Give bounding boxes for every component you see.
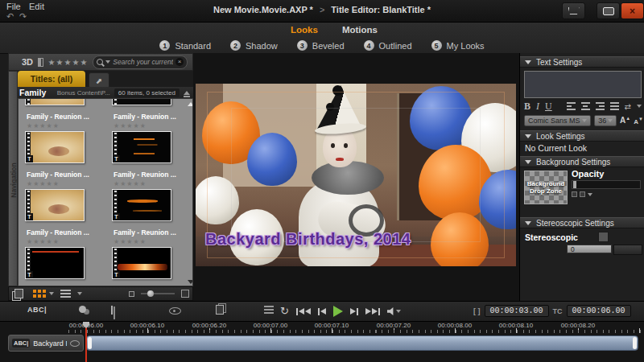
collapse-arrow-icon[interactable]	[525, 134, 531, 138]
title-item[interactable]: Family - Reunion ... ★★★★★ T	[112, 113, 193, 163]
track-eye-icon[interactable]	[70, 340, 80, 347]
category-tab-my-looks[interactable]: 5My Looks	[431, 40, 485, 51]
text-flow-arrow-icon[interactable]	[637, 105, 642, 108]
align-center-button[interactable]	[581, 102, 590, 110]
category-tab-shadow[interactable]: 2Shadow	[230, 40, 278, 51]
title-item[interactable]: Family - Reunion ... ★★★★★ T	[112, 171, 193, 221]
text-settings-header[interactable]: Text Settings	[520, 56, 644, 68]
title-clip[interactable]	[86, 335, 638, 351]
collapse-arrow-icon[interactable]	[525, 221, 531, 225]
grow-text-button[interactable]: A▲	[620, 116, 630, 125]
rating-stars[interactable]: ★★★★★	[25, 122, 109, 131]
title-thumbnail[interactable]: T	[25, 131, 85, 163]
tab-motions[interactable]: Motions	[342, 25, 378, 35]
search-box[interactable]: Search your current ×	[93, 56, 188, 69]
stereoscopic-checkbox[interactable]	[598, 232, 609, 242]
align-justify-button[interactable]	[610, 102, 619, 110]
font-family-select[interactable]: Comic Sans MS	[524, 115, 591, 126]
titles-all-tab[interactable]: Titles: (all)	[18, 71, 85, 87]
tab-looks[interactable]: Looks	[291, 25, 318, 35]
track-header[interactable]: ABC| Backyard Birt...	[8, 335, 84, 352]
rating-stars[interactable]: ★★★★★	[112, 180, 193, 189]
category-tab-standard[interactable]: 1Standard	[159, 40, 211, 51]
rating-stars[interactable]: ★★★★★	[112, 238, 193, 247]
layer-list-icon[interactable]	[264, 306, 274, 307]
copy-icon[interactable]	[216, 305, 224, 315]
italic-button[interactable]: I	[536, 101, 539, 113]
preview-title-text[interactable]: Backyard Birthdays, 2014	[205, 230, 411, 249]
store-button[interactable]	[562, 2, 585, 19]
go-to-start-button[interactable]	[296, 308, 311, 315]
slider-thumb[interactable]	[573, 181, 576, 188]
rating-stars[interactable]: ★★★★★	[25, 180, 109, 189]
opacity-slider[interactable]	[572, 180, 641, 189]
scroll-up-icon[interactable]	[188, 102, 193, 106]
title-item[interactable]: Family - Reunion ... ★★★★★ T	[25, 113, 109, 163]
play-button[interactable]	[333, 306, 343, 317]
collections-icon[interactable]	[14, 289, 23, 298]
group-header[interactable]: Family Bonus Content\P... 60 items, 0 se…	[8, 87, 193, 98]
text-flow-button[interactable]: ⇄	[625, 102, 631, 111]
3d-toggle[interactable]: 3D	[22, 57, 33, 67]
title-thumbnail[interactable]: T	[112, 247, 171, 279]
list-view-icon[interactable]	[60, 290, 71, 291]
look-settings-header[interactable]: Look Settings	[520, 130, 644, 142]
bold-button[interactable]: B	[524, 101, 530, 113]
title-thumbnail[interactable]: T	[112, 189, 171, 221]
depth-slider[interactable]	[613, 245, 642, 255]
slider-thumb[interactable]	[147, 290, 154, 297]
grid-view-arrow-icon[interactable]	[49, 292, 54, 295]
title-thumbnail-partial[interactable]	[25, 98, 85, 105]
step-back-button[interactable]	[318, 308, 326, 315]
font-size-select[interactable]: 36	[594, 115, 617, 126]
step-forward-button[interactable]	[350, 308, 358, 315]
search-input[interactable]: Search your current	[113, 58, 173, 66]
visibility-icon[interactable]	[169, 307, 181, 315]
scrollbar[interactable]	[186, 99, 193, 286]
stereoscopic-settings-header[interactable]: Stereoscopic Settings	[520, 217, 644, 228]
grid-view-icon[interactable]	[33, 290, 36, 293]
align-objects-icon[interactable]	[111, 306, 113, 315]
rating-stars[interactable]: ★★★★★	[112, 122, 193, 131]
text-tool-button[interactable]: ABC|	[27, 306, 47, 314]
clip-trim-handle[interactable]	[88, 337, 92, 349]
title-thumbnail[interactable]: T	[25, 247, 85, 279]
category-tab-outlined[interactable]: 4Outlined	[364, 40, 412, 51]
title-item[interactable]: Family - Reunion ... ★★★★★ T	[25, 228, 109, 279]
navigation-strip[interactable]: Navigation	[8, 71, 18, 286]
collapse-arrow-icon[interactable]	[525, 160, 531, 164]
background-settings-header[interactable]: Background Settings	[520, 156, 644, 167]
timecode-display[interactable]: 00:00:06.00	[567, 305, 631, 317]
thumb-size-slider[interactable]	[141, 293, 175, 294]
collapse-arrow-icon[interactable]	[525, 60, 531, 64]
loop-button[interactable]: ↻	[280, 306, 289, 317]
collection-view-button[interactable]: ⬈	[89, 72, 109, 88]
background-mode-control[interactable]	[572, 191, 592, 197]
video-canvas[interactable]: Backyard Birthdays, 2014	[196, 84, 516, 266]
title-item[interactable]: Family - Reunion ... ★★★★★ T	[25, 171, 109, 221]
title-thumbnail[interactable]: T	[112, 131, 171, 163]
restore-button[interactable]	[597, 2, 620, 19]
duration-display[interactable]: 00:00:03.00	[485, 305, 549, 317]
dropdown-arrow-icon[interactable]	[588, 193, 592, 196]
rating-filter-stars[interactable]: ★★★★★	[48, 58, 89, 67]
background-drop-zone[interactable]: Background Drop Zone	[524, 171, 568, 204]
list-view-arrow-icon[interactable]	[77, 292, 82, 295]
search-scope-arrow-icon[interactable]	[105, 60, 110, 64]
volume-button[interactable]	[387, 307, 401, 315]
align-left-button[interactable]	[567, 102, 576, 110]
eject-icon[interactable]	[184, 91, 190, 95]
category-tab-beveled[interactable]: 3Beveled	[297, 40, 345, 51]
layout-icon[interactable]	[38, 58, 43, 67]
title-thumbnail-partial[interactable]	[112, 98, 171, 105]
align-right-button[interactable]	[596, 102, 605, 110]
close-button[interactable]: ×	[621, 2, 644, 19]
clip-trim-handle[interactable]	[633, 337, 637, 349]
shrink-text-button[interactable]: A▼	[634, 117, 643, 125]
title-item[interactable]: Family - Reunion ... ★★★★★ T	[112, 228, 193, 279]
clear-search-icon[interactable]: ×	[175, 58, 184, 66]
depth-value-field[interactable]: 0	[567, 245, 612, 253]
rating-stars[interactable]: ★★★★★	[25, 238, 109, 247]
shapes-tool-icon[interactable]	[79, 306, 86, 313]
scroll-down-icon[interactable]	[188, 280, 193, 284]
